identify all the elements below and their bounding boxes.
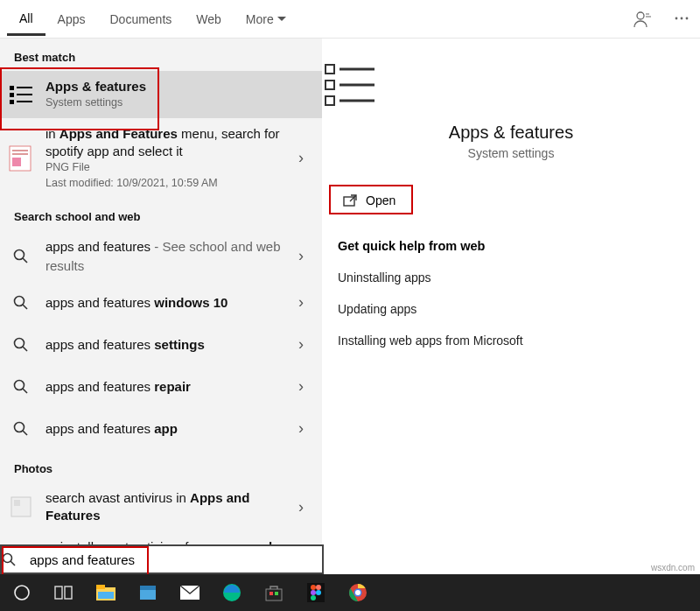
tab-apps[interactable]: Apps [46, 4, 98, 34]
result-file-kind: PNG File [46, 160, 287, 176]
svg-line-36 [10, 561, 15, 565]
more-options-icon[interactable] [674, 11, 690, 28]
svg-rect-30 [326, 96, 334, 105]
search-icon [2, 552, 30, 566]
web-result-0[interactable]: apps and features - See school and web r… [0, 230, 322, 282]
svg-rect-48 [270, 592, 273, 595]
taskbar-explorer-icon[interactable] [94, 581, 117, 604]
details-pane: Apps & features System settings Open Get… [322, 39, 700, 574]
search-icon [7, 373, 35, 401]
result-subtitle: System settings [46, 95, 287, 111]
svg-rect-41 [96, 585, 105, 589]
taskbar-mail-icon[interactable] [178, 581, 201, 604]
settings-list-icon [322, 61, 700, 110]
web-result-4[interactable]: apps and features app › [0, 408, 322, 450]
web-result-1[interactable]: apps and features windows 10 › [0, 282, 322, 324]
chevron-right-icon[interactable]: › [290, 293, 312, 312]
chevron-right-icon[interactable]: › [290, 377, 312, 396]
help-link-uninstalling[interactable]: Uninstalling apps [322, 262, 700, 293]
chevron-right-icon[interactable]: › [290, 335, 312, 354]
search-input[interactable] [30, 546, 322, 572]
help-header: Get quick help from web [322, 214, 700, 262]
search-icon [7, 415, 35, 443]
svg-point-51 [311, 585, 316, 590]
section-school-web: Search school and web [0, 198, 322, 230]
svg-rect-47 [266, 589, 282, 600]
result-file-title: in Apps and Features menu, search for sp… [46, 125, 287, 161]
taskbar-chrome-icon[interactable] [346, 581, 369, 604]
tab-more[interactable]: More [234, 4, 298, 34]
svg-rect-4 [10, 86, 14, 90]
taskbar-app-icon[interactable] [136, 581, 159, 604]
tab-web[interactable]: Web [184, 4, 234, 34]
open-label: Open [366, 193, 396, 207]
pane-subtitle: System settings [322, 146, 700, 160]
svg-point-2 [681, 17, 683, 19]
svg-point-20 [15, 380, 24, 390]
svg-rect-25 [14, 500, 20, 506]
tab-documents[interactable]: Documents [97, 4, 184, 34]
svg-point-0 [637, 12, 644, 19]
watermark: wsxdn.com [651, 563, 695, 572]
web-result-3[interactable]: apps and features repair › [0, 366, 322, 408]
taskbar [0, 574, 700, 611]
svg-line-15 [23, 258, 27, 263]
chevron-right-icon[interactable]: › [290, 149, 312, 167]
settings-list-icon [7, 81, 35, 109]
svg-point-53 [311, 590, 316, 595]
svg-rect-13 [12, 158, 21, 166]
taskbar-taskview-icon[interactable] [52, 581, 75, 604]
chevron-right-icon[interactable]: › [290, 498, 312, 516]
chevron-right-icon[interactable]: › [290, 247, 312, 265]
svg-rect-11 [12, 150, 28, 151]
open-button[interactable]: Open [331, 186, 418, 214]
svg-point-58 [355, 590, 360, 595]
taskbar-store-icon[interactable] [262, 581, 285, 604]
account-icon[interactable] [634, 11, 653, 28]
svg-rect-44 [140, 586, 156, 590]
search-filter-tabs: All Apps Documents Web More [0, 0, 700, 39]
svg-rect-49 [275, 592, 278, 595]
svg-point-3 [686, 17, 689, 19]
svg-rect-28 [326, 65, 334, 74]
svg-rect-42 [98, 592, 114, 599]
taskbar-edge-icon[interactable] [220, 581, 243, 604]
pane-title: Apps & features [322, 123, 700, 143]
results-list: Best match Apps & features System settin… [0, 39, 322, 574]
image-file-icon [7, 493, 35, 521]
svg-line-19 [23, 347, 27, 351]
svg-point-14 [15, 249, 24, 259]
svg-point-54 [316, 590, 321, 595]
svg-rect-29 [326, 81, 334, 89]
search-icon [7, 289, 35, 317]
svg-rect-6 [10, 100, 14, 104]
svg-line-23 [23, 431, 27, 435]
svg-point-1 [676, 17, 678, 19]
chevron-right-icon[interactable]: › [290, 419, 312, 438]
section-photos: Photos [0, 450, 322, 482]
svg-point-37 [15, 586, 29, 600]
svg-rect-38 [55, 586, 62, 599]
taskbar-cortana-icon[interactable] [10, 581, 33, 604]
web-result-2[interactable]: apps and features settings › [0, 324, 322, 366]
search-icon [7, 331, 35, 359]
svg-point-52 [316, 585, 321, 590]
svg-point-18 [15, 338, 24, 348]
svg-line-21 [23, 389, 27, 393]
help-link-updating[interactable]: Updating apps [322, 293, 700, 325]
photo-result-0[interactable]: search avast antivirus in Apps and Featu… [0, 482, 322, 532]
svg-point-16 [15, 296, 24, 306]
svg-rect-5 [10, 93, 14, 97]
result-png-file[interactable]: in Apps and Features menu, search for sp… [0, 118, 322, 199]
svg-line-17 [23, 305, 27, 309]
result-file-modified: Last modified: 10/9/2021, 10:59 AM [46, 176, 287, 192]
svg-rect-12 [12, 153, 28, 155]
taskbar-figma-icon[interactable] [304, 581, 327, 604]
svg-rect-39 [65, 586, 72, 599]
tab-more-label: More [246, 12, 274, 26]
tab-all[interactable]: All [7, 3, 46, 36]
help-link-installing[interactable]: Installing web apps from Microsoft [322, 325, 700, 356]
search-icon [7, 242, 35, 270]
search-box[interactable] [0, 544, 324, 574]
result-apps-and-features[interactable]: Apps & features System settings [0, 71, 322, 118]
